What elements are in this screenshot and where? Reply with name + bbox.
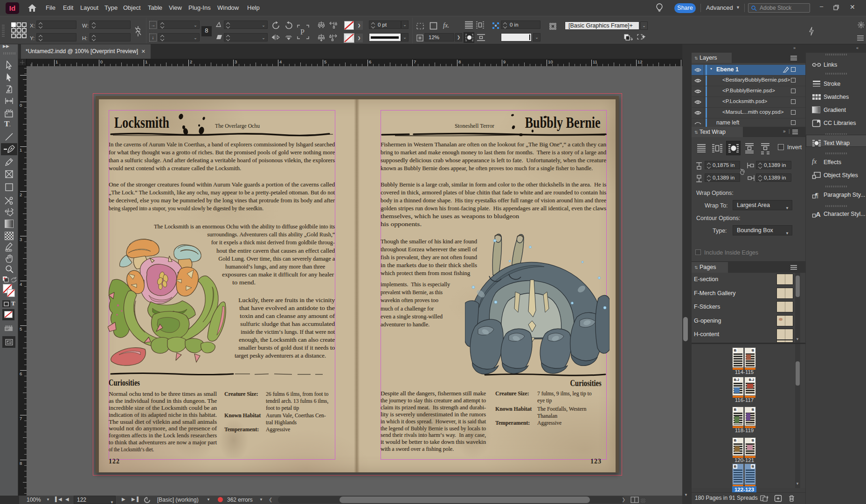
svg-text:P: P [300, 28, 305, 36]
svg-text:A: A [816, 210, 821, 218]
